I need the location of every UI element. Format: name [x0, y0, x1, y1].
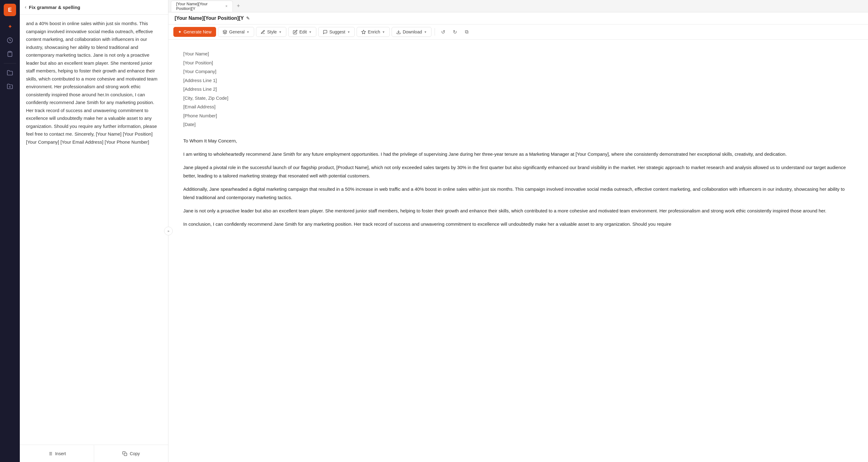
sidebar-icon-history[interactable] — [4, 35, 16, 46]
app-logo[interactable]: E — [4, 4, 16, 16]
new-tab-button[interactable]: + — [234, 2, 243, 10]
insert-label: Insert — [55, 451, 66, 456]
svg-marker-11 — [362, 30, 366, 34]
generate-icon: ✦ — [178, 29, 182, 34]
enrich-icon — [361, 30, 366, 34]
address-date: [Date] — [183, 120, 853, 129]
download-icon — [396, 30, 401, 34]
edit-chevron: ▼ — [309, 30, 312, 34]
paragraph-2: Jane played a pivotal role in the succes… — [183, 163, 853, 180]
collapse-panel-button[interactable]: » — [164, 227, 173, 235]
paragraph-4: Jane is not only a proactive leader but … — [183, 207, 853, 215]
general-button[interactable]: General ▼ — [218, 27, 254, 37]
document-content: [Your Name] [Your Position] [Your Compan… — [168, 40, 868, 462]
address-name: [Your Name] — [183, 50, 853, 59]
address-line2: [Address Line 2] — [183, 85, 853, 94]
insert-icon — [48, 451, 53, 456]
left-panel-wrapper: ‹ Fix grammar & spelling and a 40% boost… — [20, 0, 168, 462]
left-panel: ‹ Fix grammar & spelling and a 40% boost… — [20, 0, 168, 462]
sidebar-icon-magic[interactable]: ✦ — [4, 21, 16, 32]
suggest-button[interactable]: Suggest ▼ — [318, 27, 355, 37]
sidebar-icon-folder2[interactable] — [4, 81, 16, 92]
copy-label: Copy — [130, 451, 140, 456]
tab-bar: [Your Name][Your Position][Y × + — [168, 0, 868, 12]
address-company: [Your Company] — [183, 67, 853, 76]
style-label: Style — [267, 29, 277, 34]
edit-icon — [293, 30, 298, 34]
title-edit-icon[interactable]: ✎ — [246, 16, 250, 21]
redo-button[interactable]: ↻ — [450, 27, 460, 37]
address-email: [Email Address] — [183, 102, 853, 112]
address-phone: [Phone Number] — [183, 112, 853, 120]
style-button[interactable]: Style ▼ — [256, 27, 286, 37]
left-panel-content: and a 40% boost in online sales within j… — [20, 14, 168, 445]
sidebar: E ✦ — [0, 0, 20, 462]
svg-rect-10 — [124, 453, 127, 456]
generate-label: Generate New — [184, 29, 211, 34]
address-city: [City, State, Zip Code] — [183, 94, 853, 103]
tab-close-button[interactable]: × — [225, 4, 227, 8]
address-block: [Your Name] [Your Position] [Your Compan… — [183, 50, 853, 129]
address-position: [Your Position] — [183, 59, 853, 67]
left-panel-header: ‹ Fix grammar & spelling — [20, 0, 168, 14]
enrich-chevron: ▼ — [382, 30, 385, 34]
enrich-label: Enrich — [368, 29, 380, 34]
svg-rect-1 — [9, 52, 11, 52]
left-panel-title: Fix grammar & spelling — [29, 5, 80, 10]
general-label: General — [229, 29, 245, 34]
suggest-icon — [323, 30, 328, 34]
edit-label: Edit — [299, 29, 307, 34]
generate-new-button[interactable]: ✦ Generate New — [173, 27, 216, 37]
paragraph-5: In conclusion, I can confidently recomme… — [183, 220, 853, 228]
sidebar-icon-folder1[interactable] — [4, 67, 16, 78]
general-chevron: ▼ — [246, 30, 249, 34]
copy-toolbar-button[interactable]: ⧉ — [462, 27, 471, 37]
download-button[interactable]: Download ▼ — [392, 27, 432, 37]
address-line1: [Address Line 1] — [183, 76, 853, 85]
toolbar: ✦ Generate New General ▼ Style ▼ Edit ▼ … — [168, 25, 868, 40]
sidebar-divider — [4, 63, 16, 63]
paragraph-1: I am writing to wholeheartedly recommend… — [183, 150, 853, 158]
back-button[interactable]: ‹ — [25, 4, 26, 10]
style-icon — [261, 30, 265, 34]
copy-icon — [122, 451, 127, 456]
download-chevron: ▼ — [424, 30, 427, 34]
document-title: [Your Name][Your Position][Y ✎ — [175, 16, 250, 21]
salutation: To Whom It May Concern, — [183, 136, 853, 145]
paragraph-3: Additionally, Jane spearheaded a digital… — [183, 185, 853, 202]
download-label: Download — [403, 29, 422, 34]
general-icon — [223, 30, 227, 34]
sidebar-icon-clipboard[interactable] — [4, 48, 16, 59]
toolbar-separator — [435, 28, 435, 36]
suggest-chevron: ▼ — [347, 30, 350, 34]
suggest-label: Suggest — [329, 29, 345, 34]
enrich-button[interactable]: Enrich ▼ — [356, 27, 390, 37]
copy-button[interactable]: Copy — [94, 445, 168, 462]
edit-button[interactable]: Edit ▼ — [288, 27, 316, 37]
left-panel-footer: Insert Copy — [20, 445, 168, 462]
right-panel: [Your Name][Your Position][Y × + [Your N… — [168, 0, 868, 462]
style-chevron: ▼ — [279, 30, 282, 34]
document-header: [Your Name][Your Position][Y ✎ — [168, 12, 868, 25]
insert-button[interactable]: Insert — [20, 445, 94, 462]
undo-button[interactable]: ↺ — [438, 27, 448, 37]
document-tab[interactable]: [Your Name][Your Position][Y × — [171, 1, 233, 12]
tab-label: [Your Name][Your Position][Y — [176, 2, 223, 11]
